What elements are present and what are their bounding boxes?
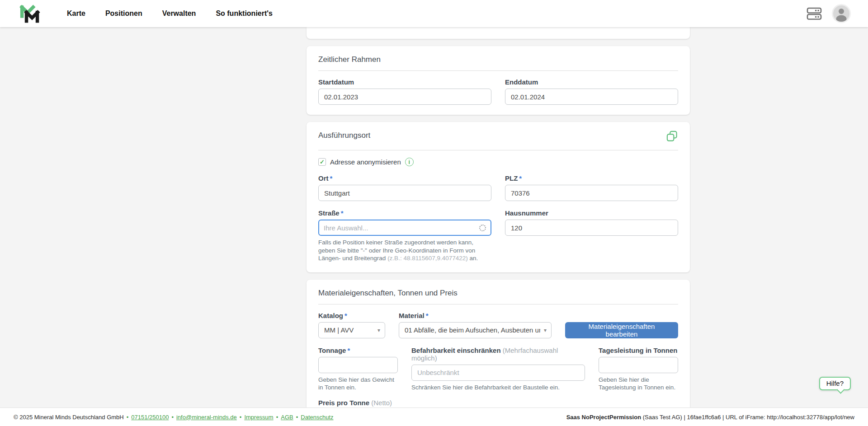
material-label: Material* [399,312,552,319]
mineral-minds-logo-icon[interactable] [19,3,42,24]
footer: © 2025 Mineral Minds Deutschland GmbH • … [0,407,868,426]
checkmark-icon: ✓ [320,159,325,165]
befahrbarkeit-field-group: Befahrbarkeit einschränken (Mehrfachausw… [411,346,585,392]
katalog-field-group: Katalog* MM | AVV ▾ [318,312,385,338]
footer-separator: • [240,414,242,421]
footer-agb-link[interactable]: AGB [281,414,293,421]
anonymize-row: ✓ Adresse anonymisieren i [318,158,678,166]
required-marker: * [344,312,347,319]
location-title: Ausführungsort [318,130,370,140]
plz-label: PLZ* [505,174,678,182]
nav-so-funktionierts[interactable]: So funktioniert's [216,9,273,18]
edit-material-properties-button[interactable]: Materialeigenschaften bearbeiten [565,322,678,338]
ort-label: Ort* [318,174,491,182]
footer-phone-link[interactable]: 07151/250100 [131,414,169,421]
enddatum-input[interactable] [505,89,678,105]
server-stack-icon[interactable] [807,7,822,20]
startdatum-label: Startdatum [318,78,491,86]
strasse-field-group: Straße* Falls die Position keiner Straße… [318,209,491,262]
befahrbarkeit-help-text: Schränken Sie hier die Befahrbarkeit der… [411,384,585,392]
footer-separator: • [171,414,174,421]
chevron-down-icon: ▾ [377,327,380,333]
nav-verwalten[interactable]: Verwalten [162,9,196,18]
required-marker: * [426,312,429,319]
footer-separator: • [296,414,298,421]
katalog-label: Katalog* [318,312,385,319]
required-marker: * [341,209,344,217]
divider [318,150,678,150]
startdatum-field-group: Startdatum [318,78,491,105]
location-card: Ausführungsort ✓ Adresse anonymisieren i… [307,122,690,272]
nav-karte[interactable]: Karte [67,9,85,18]
tagesleistung-help-text: Geben Sie hier die Tagesleistung in Tonn… [599,376,678,392]
strasse-input[interactable] [324,224,479,232]
plz-field-group: PLZ* [505,174,678,201]
preis-label: Preis pro Tonne (Netto) [318,399,678,407]
main-nav: Karte Positionen Verwalten So funktionie… [67,9,273,18]
ort-field-group: Ort* [318,174,491,201]
lot-form: Zeitlicher Rahmen Startdatum Enddatum Au… [307,27,690,426]
required-marker: * [330,174,333,182]
chevron-down-icon: ▾ [544,327,547,333]
tonnage-field-group: Tonnage* Geben Sie hier das Gewicht in T… [318,346,398,392]
tagesleistung-label: Tagesleistung in Tonnen [599,346,678,354]
befahrbarkeit-input[interactable] [411,365,585,381]
footer-separator: • [276,414,278,421]
top-navbar: Karte Positionen Verwalten So funktionie… [0,0,868,27]
required-marker: * [519,174,522,182]
ort-input[interactable] [318,185,491,201]
loading-spinner-icon [479,225,486,231]
info-icon[interactable]: i [405,158,414,166]
startdatum-input[interactable] [318,89,491,105]
help-button[interactable]: Hilfe? [819,377,851,390]
footer-left: © 2025 Mineral Minds Deutschland GmbH • … [14,414,334,421]
nav-positionen[interactable]: Positionen [105,9,142,18]
hausnummer-field-group: Hausnummer [505,209,678,262]
footer-separator: • [127,414,129,421]
copyright-text: © 2025 Mineral Minds Deutschland GmbH [14,414,124,421]
enddatum-field-group: Enddatum [505,78,678,105]
footer-impressum-link[interactable]: Impressum [244,414,273,421]
tonnage-help-text: Geben Sie hier das Gewicht in Tonnen ein… [318,376,398,392]
strasse-combobox[interactable] [318,220,491,236]
footer-email-link[interactable]: info@mineral-minds.de [176,414,237,421]
enddatum-label: Enddatum [505,78,678,86]
tonnage-label: Tonnage* [318,346,398,354]
material-title: Materialeigenschaften, Tonnen und Preis [318,288,678,298]
tonnage-input[interactable] [318,357,398,373]
befahrbarkeit-label: Befahrbarkeit einschränken (Mehrfachausw… [411,346,585,362]
tagesleistung-field-group: Tagesleistung in Tonnen Geben Sie hier d… [599,346,678,392]
previous-card-bottom [307,27,690,39]
divider [318,304,678,304]
footer-permission-label: Saas NoProjectPermission [566,414,641,421]
footer-session-details: (Saas Test AG) | 16fae1ffc6a6 | URL of i… [641,414,854,421]
user-avatar[interactable] [832,4,851,23]
copy-icon[interactable] [666,130,678,144]
hausnummer-input[interactable] [505,220,678,236]
anonymize-checkbox[interactable]: ✓ [318,158,326,166]
hausnummer-label: Hausnummer [505,209,678,217]
required-marker: * [347,346,350,354]
tagesleistung-input[interactable] [599,357,678,373]
strasse-label: Straße* [318,209,491,217]
plz-input[interactable] [505,185,678,201]
material-select[interactable]: 01 Abfälle, die beim Aufsuchen, Ausbeute… [399,322,552,338]
material-field-group: Material* 01 Abfälle, die beim Aufsuchen… [399,312,552,338]
material-card: Materialeigenschaften, Tonnen und Preis … [307,280,690,426]
strasse-help-text: Falls die Position keiner Straße zugeord… [318,239,491,262]
footer-session-info: Saas NoProjectPermission (Saas Test AG) … [566,414,854,421]
footer-datenschutz-link[interactable]: Datenschutz [301,414,333,421]
anonymize-label: Adresse anonymisieren [330,158,401,166]
timeframe-card: Zeitlicher Rahmen Startdatum Enddatum [307,46,690,115]
katalog-select[interactable]: MM | AVV ▾ [318,322,385,338]
navbar-right [807,4,851,23]
timeframe-title: Zeitlicher Rahmen [318,54,678,64]
divider [318,70,678,71]
